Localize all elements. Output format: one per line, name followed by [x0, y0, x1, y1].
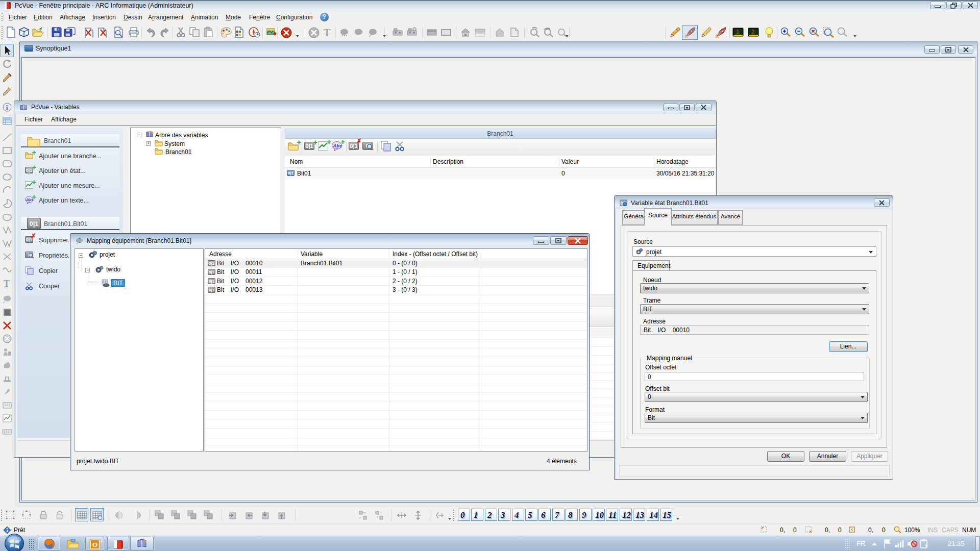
svg-text:O: O — [92, 541, 97, 548]
svg-text:T: T — [4, 279, 10, 289]
svg-text:1: 1 — [736, 29, 739, 35]
svg-text:T: T — [324, 27, 331, 38]
svg-text:2: 2 — [751, 29, 754, 35]
